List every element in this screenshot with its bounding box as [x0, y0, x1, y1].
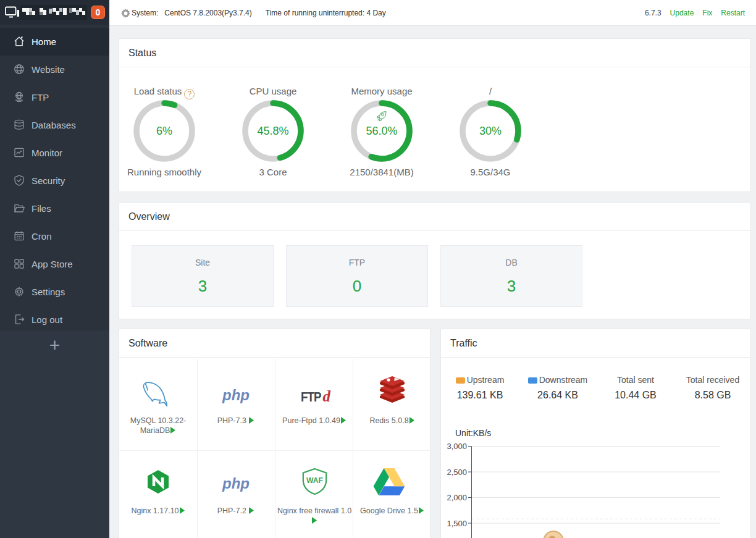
svg-text:3,000: 3,000	[447, 442, 467, 451]
svg-text:Unit:KB/s: Unit:KB/s	[455, 428, 491, 438]
svg-text:WAF: WAF	[306, 476, 323, 485]
svg-text:1,500: 1,500	[447, 519, 467, 528]
svg-text:2,500: 2,500	[447, 468, 467, 477]
svg-text:2,000: 2,000	[447, 493, 467, 502]
